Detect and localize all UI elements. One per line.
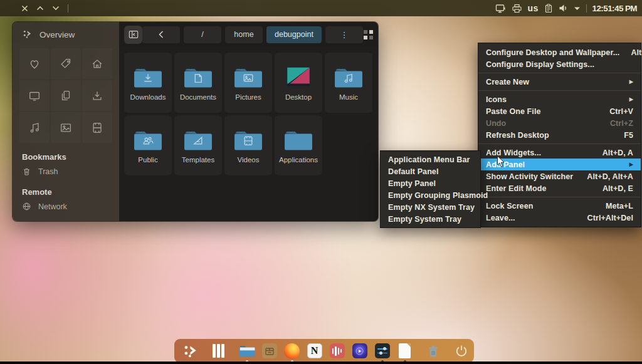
menu-item-label: Create New [486,78,618,86]
places-grid [13,48,119,143]
dock-firefox-button[interactable] [283,343,300,360]
dock-workspaces-button[interactable] [210,343,227,360]
menu-item-label: Empty Grouping Plasmoid [388,191,488,200]
sidebar-header-label: Overview [39,30,75,39]
dock-software-button[interactable] [261,343,278,360]
speaker-icon[interactable] [559,4,568,13]
place-downloads[interactable] [82,80,112,111]
dock-settings-button[interactable] [374,343,391,360]
folder-label: Downloads [130,93,166,101]
menu-item-leave[interactable]: Leave... Ctrl+Alt+Del [478,212,641,224]
menu-item-label: Enter Edit Mode [486,184,591,193]
display-icon[interactable] [495,4,506,13]
folder-card-pictures[interactable]: Pictures [224,53,272,113]
close-icon[interactable] [21,5,28,12]
place-tags[interactable] [51,48,81,79]
folder-card-public[interactable]: Public [124,115,172,175]
menu-item-paste-one-file[interactable]: Paste One File Ctrl+V [478,105,641,117]
submenu-arrow-icon: ▶ [629,162,633,167]
settings-sliders-icon [375,343,390,358]
menu-item-icons[interactable]: Icons ▶ [478,93,641,105]
menu-item-lock-screen[interactable]: Lock Screen Meta+L [478,200,641,212]
menu-item-enter-edit-mode[interactable]: Enter Edit Mode Alt+D, E [478,182,641,194]
menu-item-refresh-desktop[interactable]: Refresh Desktop F5 [478,129,641,141]
menu-item-shortcut: Ctrl+Alt+Del [587,214,633,222]
screen: us 12:51:45 PM Overview [0,0,642,364]
menu-item-shortcut: Ctrl+Z [610,119,633,128]
menu-item-show-activity-switcher[interactable]: Show Activity Switcher Alt+D, Alt+A [478,170,641,182]
menu-item-label: Empty NX System Tray [388,203,475,212]
printer-icon[interactable] [512,4,522,13]
breadcrumb-root[interactable]: / [184,26,221,43]
menu-item-configure-display-settings[interactable]: Configure Display Settings... [478,58,641,70]
breadcrumb-current[interactable]: debugpoint [266,26,322,43]
dock-trash-button[interactable] [424,343,441,360]
dock-trash-icon [427,344,439,358]
place-documents[interactable] [51,80,81,111]
submenu-item-empty-nx-system-tray[interactable]: Empty NX System Tray [381,201,480,213]
view-mode-button[interactable] [363,29,374,40]
menu-item-create-new[interactable]: Create New ▶ [478,76,641,88]
folder-card-applications[interactable]: Applications [275,115,322,175]
folder-card-videos[interactable]: Videos [224,115,272,175]
submenu-item-empty-system-tray[interactable]: Empty System Tray [381,213,480,225]
bookmarks-section-title: Bookmarks [13,152,119,162]
folder-card-templates[interactable]: Templates [174,115,222,175]
dock-music-button[interactable] [329,343,345,360]
back-chevron-icon [159,31,164,38]
menu-item-shortcut: Alt+D, Alt+A [587,172,633,181]
clock[interactable]: 12:51:45 PM [592,4,637,13]
sidebar-toggle-button[interactable] [124,26,142,44]
folder-card-documents[interactable]: Documents [174,53,222,113]
submenu-item-empty-grouping-plasmoid[interactable]: Empty Grouping Plasmoid [381,189,480,201]
folder-view[interactable]: Downloads Documents Pictures Desktop [119,47,378,221]
submenu-item-application-menu-bar[interactable]: Application Menu Bar [381,153,480,165]
place-videos[interactable] [82,112,112,143]
dock-files-button[interactable] [238,343,255,360]
sidebar-item-network[interactable]: Network [13,197,119,212]
submenu-item-empty-panel[interactable]: Empty Panel [381,177,480,189]
system-tray: us 12:51:45 PM [495,3,642,13]
menu-separator [478,90,641,91]
clipboard-icon[interactable] [544,4,553,13]
submenu-arrow-icon: ▶ [629,79,633,85]
sidebar-header[interactable]: Overview [13,22,119,47]
folder-videos-icon [234,128,263,152]
menu-item-shortcut: Ctrl+V [609,107,633,116]
menu-item-label: Leave... [486,214,576,222]
dock-power-button[interactable] [453,343,470,360]
back-button[interactable] [142,26,180,43]
menu-item-shortcut: Alt+D, A [603,148,633,157]
music-note-icon [28,121,41,135]
sidebar-item-trash[interactable]: Trash [13,162,119,178]
folder-card-desktop[interactable]: Desktop [275,53,322,113]
menu-item-label: Undo [486,119,599,128]
dock-video-player-button[interactable] [351,343,368,360]
file-manager-main: / home debugpoint ⋮ Downloads [119,22,378,221]
workspaces-icon [213,344,224,358]
place-music[interactable] [19,112,50,143]
caret-down-icon[interactable] [574,6,581,11]
folder-card-music[interactable]: Music [325,53,372,113]
chevron-up-icon[interactable] [36,6,44,11]
menu-item-label: Icons [486,95,618,104]
folder-card-downloads[interactable]: Downloads [124,53,172,113]
dock-notion-button[interactable]: N [306,343,323,360]
desktop-context-menu: Configure Desktop and Wallpaper... Alt+D… [478,43,641,227]
submenu-item-default-panel[interactable]: Default Panel [381,165,480,177]
chevron-down-icon[interactable] [52,6,60,11]
mouse-cursor [497,155,505,170]
firefox-icon [284,343,300,359]
place-favorites[interactable] [19,48,50,79]
submenu-arrow-icon: ▶ [629,96,633,102]
place-desktop[interactable] [19,80,50,111]
breadcrumb-overflow-button[interactable]: ⋮ [325,26,363,43]
download-icon [90,89,104,103]
place-home[interactable] [82,48,112,79]
place-pictures[interactable] [51,112,81,143]
breadcrumb-home[interactable]: home [225,26,263,43]
dock-text-editor-button[interactable] [396,343,413,360]
keyboard-layout-indicator[interactable]: us [528,3,539,13]
menu-item-configure-desktop-and-wallpaper[interactable]: Configure Desktop and Wallpaper... Alt+D… [478,46,641,58]
dock-launcher-button[interactable] [182,343,199,360]
